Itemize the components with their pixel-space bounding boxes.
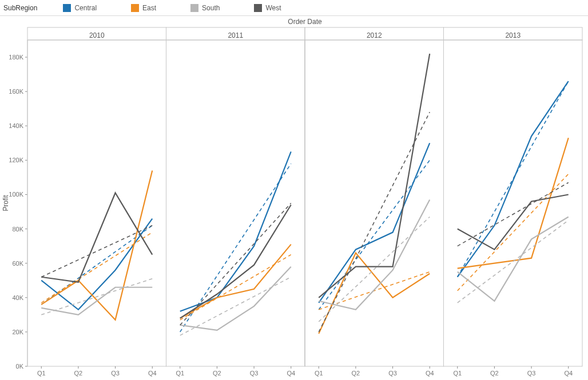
- svg-line-69: [319, 112, 430, 332]
- svg-text:Q2: Q2: [213, 370, 221, 377]
- svg-text:180K: 180K: [9, 54, 23, 61]
- svg-line-85: [458, 182, 569, 246]
- facet-chart: 0K20K40K60K80K100K120K140K160K180KProfit…: [0, 16, 588, 380]
- svg-text:Q1: Q1: [176, 370, 184, 377]
- legend-swatch: [254, 4, 262, 12]
- svg-text:0K: 0K: [16, 363, 24, 370]
- legend-swatch: [190, 4, 198, 12]
- svg-line-66: [319, 160, 430, 309]
- svg-text:Q4: Q4: [148, 370, 157, 377]
- svg-line-84: [458, 221, 569, 303]
- legend-label: Central: [74, 4, 97, 12]
- svg-text:Q3: Q3: [388, 370, 397, 377]
- svg-text:Q1: Q1: [37, 370, 46, 377]
- svg-text:120K: 120K: [9, 157, 23, 163]
- svg-text:Q1: Q1: [453, 370, 462, 377]
- legend-label: West: [265, 4, 281, 12]
- svg-text:Q3: Q3: [527, 370, 536, 377]
- legend-label: East: [142, 4, 156, 12]
- svg-rect-72: [444, 40, 583, 366]
- svg-line-35: [41, 233, 152, 303]
- svg-rect-40: [166, 40, 305, 366]
- svg-text:Q4: Q4: [426, 370, 434, 377]
- chart-area: 0K20K40K60K80K100K120K140K160K180KProfit…: [0, 16, 588, 380]
- svg-text:2013: 2013: [505, 31, 521, 39]
- svg-text:160K: 160K: [9, 88, 23, 95]
- svg-text:Order Date: Order Date: [288, 18, 322, 26]
- svg-text:100K: 100K: [9, 191, 23, 198]
- legend-item-central[interactable]: Central: [63, 4, 97, 12]
- svg-text:2011: 2011: [228, 31, 243, 39]
- legend-label: South: [202, 4, 220, 12]
- svg-line-82: [458, 81, 569, 277]
- svg-text:2012: 2012: [367, 31, 382, 39]
- svg-line-37: [41, 226, 152, 277]
- svg-line-36: [41, 279, 152, 315]
- legend-swatch: [63, 4, 71, 12]
- svg-text:Profit: Profit: [2, 195, 10, 211]
- legend-title: SubRegion: [3, 4, 37, 12]
- svg-text:40K: 40K: [12, 294, 23, 301]
- legend-swatch: [131, 4, 139, 12]
- legend-bar: SubRegion Central East South West: [0, 0, 588, 16]
- svg-text:140K: 140K: [9, 122, 23, 129]
- svg-text:Q1: Q1: [315, 370, 323, 377]
- svg-text:60K: 60K: [12, 260, 23, 267]
- svg-text:Q3: Q3: [111, 370, 120, 377]
- svg-text:Q4: Q4: [564, 370, 573, 377]
- legend-item-west[interactable]: West: [254, 4, 281, 12]
- svg-text:Q2: Q2: [352, 370, 360, 377]
- svg-text:20K: 20K: [12, 329, 23, 335]
- svg-text:2010: 2010: [89, 31, 105, 39]
- svg-text:Q3: Q3: [250, 370, 259, 377]
- svg-text:80K: 80K: [12, 226, 23, 233]
- legend-item-south[interactable]: South: [190, 4, 220, 12]
- svg-text:Q2: Q2: [74, 370, 83, 377]
- svg-rect-24: [27, 40, 166, 366]
- svg-text:Q4: Q4: [287, 370, 295, 377]
- legend-item-east[interactable]: East: [131, 4, 156, 12]
- svg-text:Q2: Q2: [490, 370, 499, 377]
